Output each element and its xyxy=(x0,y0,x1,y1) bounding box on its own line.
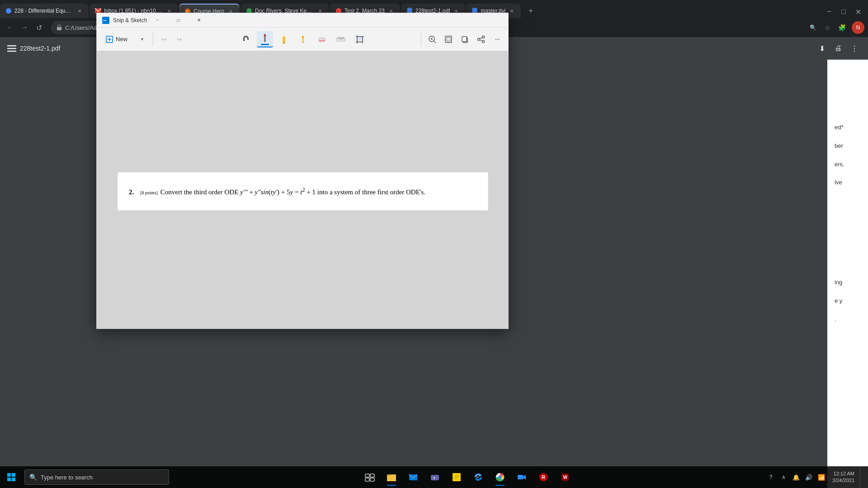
zoom-app-button[interactable] xyxy=(512,467,532,487)
svg-rect-54 xyxy=(12,473,15,477)
tab-228-favicon xyxy=(5,8,12,14)
close-browser[interactable]: ✕ xyxy=(852,5,864,18)
svg-rect-44 xyxy=(445,36,452,42)
ruler-tool[interactable] xyxy=(333,31,349,47)
svg-marker-22 xyxy=(283,42,285,44)
problem-content: 2. [8 points] Convert the third order OD… xyxy=(129,187,425,196)
forward-button[interactable]: → xyxy=(18,21,31,34)
extensions-button[interactable]: 🧩 xyxy=(835,21,848,34)
new-snip-button[interactable]: New xyxy=(100,33,133,46)
task-view-button[interactable] xyxy=(360,467,380,487)
sticky-notes-button[interactable] xyxy=(447,467,467,487)
taskbar-search-bar[interactable]: 🔍 Type here to search xyxy=(24,469,169,485)
windows-logo-icon xyxy=(7,473,16,482)
maximize-browser[interactable]: □ xyxy=(837,5,850,18)
tab-228-diff-eq[interactable]: 228 - Differential Equations (80... ✕ xyxy=(0,4,89,18)
tab-masterdvi-close[interactable]: ✕ xyxy=(508,7,515,14)
task-view-icon xyxy=(365,472,375,482)
svg-rect-53 xyxy=(7,473,11,477)
svg-rect-39 xyxy=(357,37,363,42)
more-options-snip-button[interactable]: ··· xyxy=(490,32,505,47)
svg-rect-55 xyxy=(7,478,11,481)
undo-button[interactable]: ↩ xyxy=(157,32,171,47)
minimize-snip[interactable]: − xyxy=(147,13,168,28)
new-tab-button[interactable]: + xyxy=(524,4,538,18)
teams-button[interactable]: T xyxy=(425,467,445,487)
taskbar-clock[interactable]: 12:12 AM 3/24/2021 xyxy=(829,470,858,484)
snip-app-icon: ✂ xyxy=(102,17,109,24)
snip-toolbar: New ▾ ↩ ↪ xyxy=(97,28,508,51)
file-explorer-button[interactable] xyxy=(382,467,401,487)
sidebar-text-ing: ing xyxy=(835,278,861,287)
mail-icon xyxy=(408,472,418,482)
highlighter-tool[interactable] xyxy=(276,31,292,47)
ballpoint-pen-tool[interactable] xyxy=(257,31,273,47)
svg-rect-60 xyxy=(370,478,374,481)
refresh-button[interactable]: ↺ xyxy=(33,21,45,34)
svg-rect-72 xyxy=(518,475,523,479)
sticky-notes-icon xyxy=(452,472,462,482)
show-desktop-button[interactable] xyxy=(860,467,863,487)
zoom-in-button[interactable] xyxy=(425,32,439,47)
pdf-right-sidebar: ed* ber ers. lve ing e y . xyxy=(827,60,868,488)
tab-228-label: 228 - Differential Equations (80... xyxy=(14,8,73,14)
problem-text: Convert the third order ODE y′′′ + y″sin… xyxy=(160,187,425,196)
zoom-browser-button[interactable]: 🔍 xyxy=(807,21,819,34)
svg-text:✂: ✂ xyxy=(103,18,107,23)
sidebar-text-ed: ed* xyxy=(835,123,861,132)
sidebar-text-ey: e y xyxy=(835,296,861,306)
svg-rect-47 xyxy=(462,37,467,42)
window-controls: − □ ✕ xyxy=(147,13,209,28)
touch-icon xyxy=(241,34,251,44)
hamburger-icon[interactable] xyxy=(7,44,16,53)
svg-line-51 xyxy=(480,40,482,41)
network-icon[interactable]: 📶 xyxy=(816,474,827,481)
unknown-app-button[interactable]: R xyxy=(533,467,553,487)
copy-button[interactable] xyxy=(458,32,472,47)
print-button[interactable]: 🖨 xyxy=(832,42,844,55)
maximize-snip[interactable]: □ xyxy=(168,13,189,28)
mail-app-button[interactable] xyxy=(403,467,423,487)
snip-window-title: Snip & Sketch xyxy=(113,17,147,23)
notifications-icon[interactable]: 🔔 xyxy=(791,474,802,481)
volume-icon[interactable]: 🔊 xyxy=(803,474,814,481)
svg-rect-11 xyxy=(7,51,16,52)
aspect-ratio-icon xyxy=(444,35,453,43)
svg-rect-10 xyxy=(7,48,16,49)
another-app-button[interactable]: W xyxy=(555,467,575,487)
close-snip[interactable]: ✕ xyxy=(189,13,209,28)
problem-points: [8 points] xyxy=(140,190,158,195)
tab-228-close[interactable]: ✕ xyxy=(76,7,83,14)
profile-button[interactable]: N xyxy=(852,21,864,34)
svg-rect-21 xyxy=(283,38,285,42)
new-dropdown-arrow[interactable]: ▾ xyxy=(135,32,149,47)
svg-rect-28 xyxy=(319,40,325,42)
file-explorer-icon xyxy=(387,472,396,482)
more-options-button[interactable]: ⋮ xyxy=(848,42,861,55)
download-button[interactable]: ⬇ xyxy=(816,42,828,55)
bookmark-button[interactable]: ☆ xyxy=(821,21,834,34)
svg-point-49 xyxy=(482,40,485,42)
share-button[interactable] xyxy=(474,32,488,47)
pencil-tool[interactable] xyxy=(295,31,311,47)
back-button[interactable]: ← xyxy=(4,21,16,34)
svg-marker-20 xyxy=(282,35,286,38)
system-chevron-icon[interactable]: ∧ xyxy=(778,472,789,483)
chrome-browser-button[interactable] xyxy=(490,467,510,487)
svg-rect-57 xyxy=(365,474,369,477)
redo-button[interactable]: ↪ xyxy=(172,32,187,47)
help-icon[interactable]: ? xyxy=(765,472,776,483)
touch-writing-tool[interactable] xyxy=(238,31,254,47)
aspect-ratio-button[interactable] xyxy=(441,32,456,47)
crop-tool[interactable] xyxy=(352,31,368,47)
svg-rect-62 xyxy=(387,476,396,481)
snip-canvas[interactable]: 2. [8 points] Convert the third order OD… xyxy=(97,51,508,328)
ruler-icon xyxy=(336,34,346,44)
start-button[interactable] xyxy=(0,466,23,488)
minimize-browser[interactable]: − xyxy=(823,5,835,18)
snip-captured-image: 2. [8 points] Convert the third order OD… xyxy=(118,172,488,211)
edge-icon xyxy=(473,472,483,482)
undo-redo-group: ↩ ↪ xyxy=(157,32,187,47)
eraser-tool[interactable] xyxy=(314,31,330,47)
edge-browser-button[interactable] xyxy=(468,467,488,487)
